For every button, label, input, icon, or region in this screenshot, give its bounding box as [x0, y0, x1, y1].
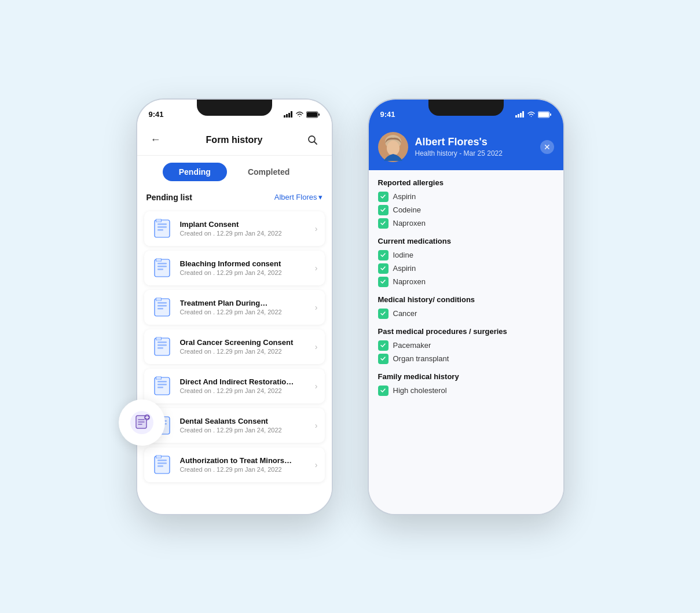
svg-rect-69	[520, 113, 522, 118]
notch-1	[197, 100, 272, 116]
nav-title: Form history	[206, 135, 263, 145]
svg-rect-25	[155, 259, 170, 277]
health-item-med-0: Iodine	[378, 250, 554, 260]
svg-rect-42	[157, 344, 167, 346]
form-item-0[interactable]: Implant Consent Created on . 12.29 pm Ja…	[144, 211, 325, 246]
section-title-4: Family medical history	[378, 372, 554, 381]
svg-rect-66	[156, 455, 161, 458]
health-item-allergy-2: Naproxen	[378, 218, 554, 229]
svg-rect-12	[291, 111, 292, 118]
tab-bar: Pending Completed	[137, 156, 332, 188]
tab-completed[interactable]: Completed	[232, 163, 306, 181]
patient-name: Albert Flores's	[415, 136, 503, 148]
svg-rect-15	[318, 113, 320, 116]
check-icon	[378, 205, 389, 215]
svg-rect-29	[157, 269, 163, 270]
svg-rect-10	[286, 114, 288, 118]
list-filter[interactable]: Albert Flores ▾	[274, 193, 322, 201]
phone-2: 9:41	[368, 98, 565, 515]
svg-rect-9	[284, 115, 285, 118]
svg-rect-64	[157, 465, 163, 467]
health-body: Reported allergies Aspirin Codeine	[369, 170, 563, 504]
form-date-5: Created on . 12.29 pm Jan 24, 2022	[180, 427, 309, 434]
allergy-0: Aspirin	[393, 192, 416, 201]
health-header: Albert Flores's Health history - Mar 25 …	[369, 125, 563, 170]
svg-rect-14	[307, 112, 317, 117]
form-item-5[interactable]: Dental Sealants Consent Created on . 12.…	[144, 408, 325, 443]
history-0: Cancer	[393, 309, 417, 318]
check-icon	[378, 340, 389, 351]
form-item-3[interactable]: Oral Cancer Screening Consent Created on…	[144, 329, 325, 364]
chevron-6: ›	[315, 460, 318, 469]
wifi-icon-2	[527, 111, 536, 118]
patient-subtitle: Health history - Mar 25 2022	[415, 149, 503, 157]
signal-icon-2	[515, 111, 525, 118]
search-button[interactable]	[303, 131, 322, 149]
phone-1: 9:41	[136, 98, 333, 515]
check-icon	[378, 250, 389, 260]
svg-rect-49	[157, 384, 167, 386]
signal-icon-1	[284, 111, 293, 118]
svg-rect-48	[157, 381, 167, 383]
svg-rect-63	[157, 462, 167, 464]
form-name-3: Oral Cancer Screening Consent	[180, 338, 309, 347]
form-item-2[interactable]: Treatment Plan During… Created on . 12.2…	[144, 290, 325, 325]
section-title-0: Reported allergies	[378, 178, 554, 187]
form-item-1[interactable]: Bleaching Informed consent Created on . …	[144, 251, 325, 285]
chevron-2: ›	[315, 303, 318, 312]
back-button[interactable]: ←	[146, 131, 165, 149]
svg-rect-68	[518, 114, 519, 118]
form-date-3: Created on . 12.29 pm Jan 24, 2022	[180, 348, 309, 355]
form-info-2: Treatment Plan During… Created on . 12.2…	[180, 299, 309, 315]
form-item-4[interactable]: Direct And Indirect Restoratio… Created …	[144, 369, 325, 403]
tab-pending[interactable]: Pending	[163, 163, 227, 181]
close-button[interactable]: ✕	[540, 140, 554, 154]
health-item-family-0: High cholesterol	[378, 386, 554, 396]
form-name-1: Bleaching Informed consent	[180, 259, 309, 268]
section-title-3: Past medical procedures / surgeries	[378, 327, 554, 336]
svg-rect-45	[156, 337, 161, 340]
check-icon	[378, 192, 389, 202]
svg-rect-28	[157, 266, 167, 267]
notch-2	[428, 100, 504, 116]
avatar	[378, 132, 408, 162]
form-name-0: Implant Consent	[180, 220, 309, 229]
form-date-6: Created on . 12.29 pm Jan 24, 2022	[180, 466, 309, 473]
proc-1: Organ transplant	[393, 354, 449, 363]
chevron-0: ›	[315, 224, 318, 233]
svg-rect-11	[288, 113, 290, 118]
svg-rect-50	[157, 387, 163, 388]
form-icon-4	[151, 375, 174, 398]
svg-rect-67	[515, 115, 517, 118]
form-date-4: Created on . 12.29 pm Jan 24, 2022	[180, 387, 309, 394]
health-item-proc-1: Organ transplant	[378, 354, 554, 364]
phone2-content: Albert Flores's Health history - Mar 25 …	[369, 125, 563, 514]
svg-rect-60	[155, 456, 170, 473]
status-icons-2	[515, 111, 552, 118]
chevron-5: ›	[315, 421, 318, 430]
svg-rect-38	[156, 298, 161, 300]
time-2: 9:41	[380, 110, 395, 119]
svg-rect-31	[156, 258, 161, 261]
check-icon	[378, 277, 389, 287]
form-date-2: Created on . 12.29 pm Jan 24, 2022	[180, 309, 309, 315]
proc-0: Pacemaker	[393, 341, 431, 350]
chevron-4: ›	[315, 381, 318, 391]
form-icon-1	[151, 256, 174, 280]
status-icons-1	[284, 111, 320, 118]
med-0: Iodine	[393, 251, 413, 259]
svg-rect-43	[157, 347, 163, 349]
list-header: Pending list Albert Flores ▾	[137, 188, 332, 207]
svg-point-76	[387, 141, 400, 156]
svg-rect-22	[157, 229, 163, 231]
form-info-3: Oral Cancer Screening Consent Created on…	[180, 338, 309, 355]
check-icon	[378, 218, 389, 229]
health-item-allergy-1: Codeine	[378, 205, 554, 215]
form-item-6[interactable]: Authorization to Treat Minors… Created o…	[144, 447, 325, 482]
battery-icon-1	[306, 111, 320, 118]
nav-header: ← Form history	[137, 125, 332, 156]
svg-rect-36	[157, 308, 163, 310]
time-1: 9:41	[149, 110, 164, 119]
form-info-4: Direct And Indirect Restoratio… Created …	[180, 377, 309, 394]
form-name-2: Treatment Plan During…	[180, 299, 309, 307]
